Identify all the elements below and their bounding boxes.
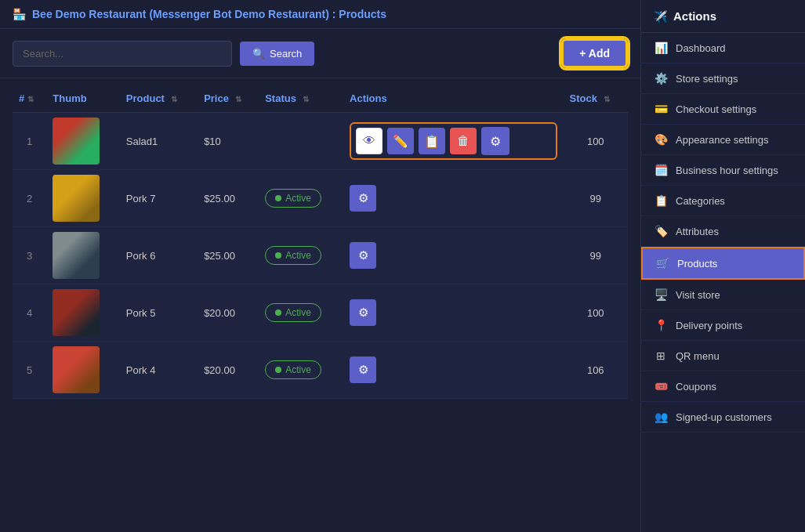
view-button[interactable]: 👁 (356, 128, 383, 154)
sidebar-item-label: QR menu (676, 350, 720, 362)
sidebar-item-qr-menu[interactable]: ⊞ QR menu (641, 341, 805, 371)
sidebar: ✈️ Actions 📊 Dashboard ⚙️ Store settings… (640, 0, 805, 532)
product-status (259, 113, 343, 170)
table-row: 4 Pork 5 $20.00 Active ⚙ (13, 284, 628, 342)
sidebar-item-dashboard[interactable]: 📊 Dashboard (641, 33, 805, 63)
delete-button[interactable]: 🗑 (450, 128, 477, 154)
row-num: 2 (13, 170, 46, 227)
page-title: Bee Demo Restaurant (Messenger Bot Demo … (32, 8, 386, 20)
col-header-product[interactable]: Product ⇅ (120, 85, 198, 113)
action-buttons-expanded: 👁 ✏️ 📋 🗑 ⚙ (350, 122, 557, 160)
product-price: $20.00 (198, 342, 259, 399)
appearance-settings-icon: 🎨 (654, 133, 668, 146)
status-badge: Active (265, 303, 321, 322)
settings-button[interactable]: ⚙ (350, 185, 376, 212)
product-status: Active (259, 170, 343, 227)
sidebar-item-label: Checkout settings (676, 103, 756, 115)
sidebar-item-label: Signed-up customers (676, 411, 772, 423)
product-status: Active (259, 227, 343, 284)
toolbar: 🔍 Search + Add (0, 29, 640, 78)
sidebar-item-attributes[interactable]: 🏷️ Attributes (641, 216, 805, 247)
thumb-cell (46, 284, 119, 342)
settings-button-row1[interactable]: ⚙ (481, 127, 509, 155)
status-dot (275, 252, 281, 259)
delivery-points-icon: 📍 (654, 319, 668, 331)
sidebar-item-label: Attributes (676, 226, 719, 237)
sidebar-item-appearance-settings[interactable]: 🎨 Appearance settings (641, 125, 805, 155)
col-header-status[interactable]: Status ⇅ (259, 85, 343, 113)
col-header-thumb: Thumb (46, 85, 119, 113)
products-icon: 🛒 (655, 257, 669, 270)
search-input[interactable] (13, 41, 232, 67)
actions-icon: ✈️ (654, 10, 667, 23)
visit-store-icon: 🖥️ (654, 288, 668, 301)
product-status: Active (259, 284, 343, 342)
status-dot (275, 367, 281, 373)
table-row: 3 Pork 6 $25.00 Active ⚙ (13, 227, 628, 284)
dashboard-icon: 📊 (654, 42, 668, 54)
sidebar-item-coupons[interactable]: 🎟️ Coupons (641, 371, 805, 402)
status-dot (275, 195, 281, 201)
categories-icon: 📋 (654, 194, 668, 207)
sidebar-item-label: Dashboard (676, 42, 726, 54)
add-button[interactable]: + Add (561, 38, 628, 68)
sidebar-item-products[interactable]: 🛒 Products (641, 247, 805, 280)
col-header-num[interactable]: #⇅ (13, 85, 46, 113)
sidebar-item-visit-store[interactable]: 🖥️ Visit store (641, 280, 805, 310)
col-header-price[interactable]: Price ⇅ (198, 85, 259, 113)
table-row: 5 Pork 4 $20.00 Active ⚙ (13, 342, 628, 399)
qr-menu-icon: ⊞ (654, 349, 668, 362)
product-thumbnail (53, 346, 100, 393)
product-name: Pork 7 (120, 170, 198, 227)
coupons-icon: 🎟️ (654, 380, 668, 393)
copy-button[interactable]: 📋 (419, 128, 445, 154)
sidebar-item-categories[interactable]: 📋 Categories (641, 186, 805, 216)
product-price: $20.00 (198, 284, 259, 342)
product-stock: 100 (564, 284, 628, 342)
sidebar-item-label: Delivery points (676, 320, 742, 331)
product-thumbnail (53, 118, 100, 165)
edit-button[interactable]: ✏️ (387, 128, 414, 154)
col-header-actions: Actions (343, 85, 563, 113)
row-num: 5 (13, 342, 46, 399)
actions-cell: ⚙ (343, 342, 563, 399)
checkout-settings-icon: 💳 (654, 103, 668, 115)
product-name: Pork 4 (120, 342, 198, 399)
sidebar-item-signed-up-customers[interactable]: 👥 Signed-up customers (641, 402, 805, 432)
sidebar-item-checkout-settings[interactable]: 💳 Checkout settings (641, 94, 805, 125)
product-price: $10 (198, 113, 259, 170)
actions-cell-expanded: 👁 ✏️ 📋 🗑 ⚙ (343, 113, 563, 170)
business-hour-icon: 🗓️ (654, 164, 668, 176)
sidebar-item-label: Store settings (676, 73, 738, 85)
search-icon: 🔍 (252, 48, 265, 60)
sidebar-item-label: Categories (676, 195, 725, 207)
sidebar-item-label: Business hour settings (676, 165, 778, 176)
product-name: Pork 5 (120, 284, 198, 342)
products-table: #⇅ Thumb Product ⇅ Price ⇅ Status ⇅ Acti… (13, 85, 628, 399)
sidebar-item-store-settings[interactable]: ⚙️ Store settings (641, 63, 805, 94)
sidebar-header-title: Actions (673, 9, 716, 23)
product-name: Pork 6 (120, 227, 198, 284)
actions-cell: ⚙ (343, 170, 563, 227)
customers-icon: 👥 (654, 411, 668, 423)
settings-button[interactable]: ⚙ (350, 242, 376, 269)
product-stock: 99 (564, 170, 628, 227)
row-num: 1 (13, 113, 46, 170)
actions-cell: ⚙ (343, 284, 563, 342)
product-stock: 106 (564, 342, 628, 399)
status-badge: Active (265, 360, 321, 379)
row-num: 3 (13, 227, 46, 284)
attributes-icon: 🏷️ (654, 225, 668, 237)
thumb-cell (46, 342, 119, 399)
product-thumbnail (53, 289, 100, 336)
search-button[interactable]: 🔍 Search (240, 42, 314, 66)
settings-button[interactable]: ⚙ (350, 299, 376, 326)
sidebar-item-delivery-points[interactable]: 📍 Delivery points (641, 310, 805, 341)
settings-button[interactable]: ⚙ (350, 356, 376, 383)
header-bar: 🏪 Bee Demo Restaurant (Messenger Bot Dem… (0, 0, 640, 29)
col-header-stock[interactable]: Stock ⇅ (564, 85, 628, 113)
sidebar-item-business-hour-settings[interactable]: 🗓️ Business hour settings (641, 155, 805, 186)
thumb-cell (46, 227, 119, 284)
sidebar-item-label: Products (677, 258, 717, 270)
thumb-cell (46, 113, 119, 170)
